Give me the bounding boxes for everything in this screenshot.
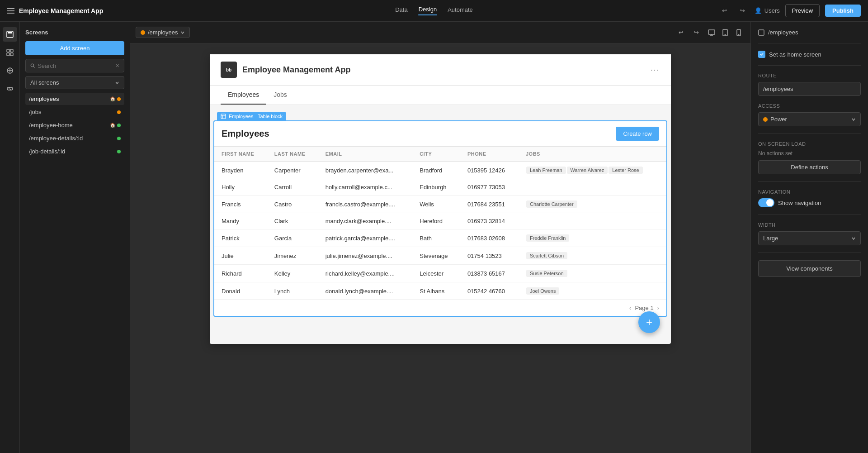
links-icon[interactable] — [3, 81, 17, 96]
job-tag: Freddie Franklin — [526, 234, 569, 242]
app-tab-jobs[interactable]: Jobs — [266, 86, 294, 105]
col-email: EMAIL — [318, 147, 413, 162]
width-select[interactable]: Large — [758, 231, 861, 245]
create-row-button[interactable]: Create row — [616, 127, 659, 141]
table-row[interactable]: Julie Jimenez julie.jimenez@example.... … — [214, 247, 666, 265]
screen-item-employees[interactable]: /employees 🏠 — [25, 93, 124, 105]
desktop-view-icon[interactable] — [705, 26, 718, 39]
access-select[interactable]: Power — [758, 112, 861, 126]
cell-first: Francis — [214, 196, 267, 213]
cell-phone: 017683 02608 — [460, 229, 519, 247]
job-tag: Susie Peterson — [526, 270, 567, 277]
sidebar: Screens Add screen × All screens /employ… — [20, 22, 130, 453]
cell-phone: 017684 23551 — [460, 196, 519, 213]
tab-automate[interactable]: Automate — [448, 6, 473, 15]
publish-button[interactable]: Publish — [825, 5, 861, 17]
search-box[interactable]: × — [25, 59, 124, 72]
route-input[interactable] — [758, 82, 861, 96]
current-screen-badge[interactable]: /employees — [136, 27, 190, 38]
table-block-label: Employees - Table block — [217, 112, 286, 120]
right-panel: /employees Set as home screen Route Acce… — [750, 22, 868, 453]
screen-item-employee-details[interactable]: /employee-details/:id — [25, 132, 124, 144]
on-screen-load-section: On screen load No actions set Define act… — [758, 141, 861, 174]
cell-email: patrick.garcia@example.... — [318, 229, 413, 247]
cell-jobs — [519, 213, 666, 229]
mobile-view-icon[interactable] — [732, 26, 745, 39]
cell-first: Richard — [214, 265, 267, 282]
cell-first: Patrick — [214, 229, 267, 247]
panel-divider-2 — [758, 65, 861, 66]
search-input[interactable] — [38, 62, 113, 69]
cell-last: Jimenez — [267, 247, 318, 265]
view-components-button[interactable]: View components — [758, 260, 861, 277]
app-title: Employee Management App — [19, 7, 103, 14]
cell-jobs: Susie Peterson — [519, 265, 666, 282]
set-home-row[interactable]: Set as home screen — [758, 51, 861, 58]
components-icon[interactable] — [3, 45, 17, 60]
status-dot — [117, 150, 121, 153]
svg-point-10 — [725, 34, 726, 35]
screens-icon[interactable] — [3, 27, 17, 42]
screen-item-employee-home[interactable]: /employee-home 🏠 — [25, 119, 124, 131]
table-row[interactable]: Brayden Carpenter brayden.carpenter@exa.… — [214, 162, 666, 179]
fab-button[interactable]: + — [638, 311, 660, 333]
svg-rect-4 — [7, 53, 9, 56]
data-table: FIRST NAME LAST NAME EMAIL CITY PHONE JO… — [214, 147, 666, 300]
app-tab-employees[interactable]: Employees — [221, 86, 266, 105]
show-navigation-toggle[interactable] — [758, 198, 774, 207]
canvas-area[interactable]: bb Employee Management App ⋯ Employees J… — [130, 43, 750, 453]
users-button[interactable]: 👤 Users — [755, 7, 780, 14]
cell-city: Bath — [412, 229, 460, 247]
cell-last: Castro — [267, 196, 318, 213]
cell-city: Bradford — [412, 162, 460, 179]
add-screen-button[interactable]: Add screen — [25, 41, 124, 55]
menu-icon[interactable] — [7, 8, 14, 14]
theme-icon[interactable] — [3, 63, 17, 78]
table-row[interactable]: Francis Castro francis.castro@example...… — [214, 196, 666, 213]
table-header-row: Employees Create row — [214, 121, 666, 147]
show-navigation-row: Show navigation — [758, 198, 861, 207]
col-phone: PHONE — [460, 147, 519, 162]
app-menu-icon[interactable]: ⋯ — [650, 64, 660, 75]
table-title: Employees — [222, 129, 269, 139]
screen-item-jobs[interactable]: /jobs — [25, 106, 124, 118]
job-tag: Leah Freeman — [526, 167, 566, 174]
col-last-name: LAST NAME — [267, 147, 318, 162]
set-home-checkbox[interactable] — [758, 51, 765, 58]
app-tabs: Employees Jobs — [210, 86, 671, 105]
redo-canvas-icon[interactable]: ↪ — [690, 26, 703, 39]
undo-icon[interactable]: ↩ — [718, 5, 731, 17]
prev-page-icon[interactable]: ‹ — [629, 305, 631, 311]
table-row[interactable]: Mandy Clark mandy.clark@example.... Here… — [214, 213, 666, 229]
tab-design[interactable]: Design — [419, 6, 437, 15]
clear-search-icon[interactable]: × — [116, 62, 119, 69]
svg-point-12 — [738, 34, 739, 35]
table-row[interactable]: Donald Lynch donald.lynch@example.... St… — [214, 282, 666, 300]
table-row[interactable]: Patrick Garcia patrick.garcia@example...… — [214, 229, 666, 247]
svg-rect-3 — [10, 49, 13, 52]
screen-item-job-details[interactable]: /job-details/:id — [25, 145, 124, 157]
all-screens-filter[interactable]: All screens — [25, 76, 124, 89]
panel-divider-1 — [758, 43, 861, 43]
next-page-icon[interactable]: › — [657, 305, 659, 311]
icon-panel — [0, 22, 20, 453]
cell-first: Donald — [214, 282, 267, 300]
tablet-view-icon[interactable] — [719, 26, 731, 39]
cell-phone: 015242 46760 — [460, 282, 519, 300]
cell-email: mandy.clark@example.... — [318, 213, 413, 229]
cell-jobs: Leah FreemanWarren AlvarezLester Rose — [519, 162, 666, 179]
status-dot — [117, 110, 121, 114]
table-header: FIRST NAME LAST NAME EMAIL CITY PHONE JO… — [214, 147, 666, 162]
redo-icon[interactable]: ↪ — [736, 5, 749, 17]
table-row[interactable]: Holly Carroll holly.carroll@example.c...… — [214, 179, 666, 196]
svg-rect-1 — [8, 32, 12, 33]
preview-button[interactable]: Preview — [785, 4, 820, 17]
tab-data[interactable]: Data — [395, 6, 407, 15]
cell-last: Garcia — [267, 229, 318, 247]
table-row[interactable]: Richard Kelley richard.kelley@example...… — [214, 265, 666, 282]
width-label: Width — [758, 222, 861, 228]
define-actions-button[interactable]: Define actions — [758, 160, 861, 174]
undo-canvas-icon[interactable]: ↩ — [675, 26, 687, 39]
job-tag: Joel Owens — [526, 287, 559, 295]
cell-phone: 016973 32814 — [460, 213, 519, 229]
